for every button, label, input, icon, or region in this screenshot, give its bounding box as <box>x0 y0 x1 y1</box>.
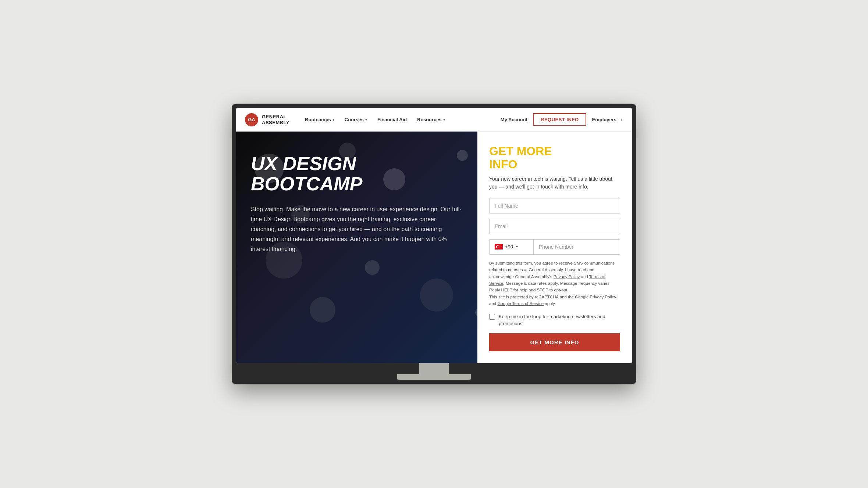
request-info-button[interactable]: REQUEST INFO <box>533 113 586 126</box>
chevron-down-icon: ▾ <box>332 118 334 122</box>
nav-bootcamps[interactable]: Bootcamps ▾ <box>301 115 338 124</box>
consent-text: By submitting this form, you agree to re… <box>489 260 620 307</box>
google-privacy-link[interactable]: Google Privacy Policy <box>575 295 616 299</box>
svg-point-2 <box>497 246 499 248</box>
chevron-down-icon: ▾ <box>516 245 518 249</box>
privacy-policy-link[interactable]: Privacy Policy <box>554 274 580 279</box>
my-account-link[interactable]: My Account <box>501 117 527 122</box>
hero-section: UX DESIGN BOOTCAMP Stop waiting. Make th… <box>236 132 632 363</box>
chevron-down-icon: ▾ <box>443 118 445 122</box>
form-panel: GET MORE INFO Your new career in tech is… <box>477 132 632 363</box>
marketing-checkbox-label: Keep me in the loop for marketing newsle… <box>499 313 620 327</box>
marketing-checkbox-row: Keep me in the loop for marketing newsle… <box>489 313 620 327</box>
stand-base <box>397 374 471 380</box>
chevron-down-icon: ▾ <box>365 118 367 122</box>
email-field <box>489 219 620 234</box>
nav-courses[interactable]: Courses ▾ <box>341 115 371 124</box>
country-select[interactable]: +90 ▾ <box>489 239 533 255</box>
form-subtitle: Your new career in tech is waiting. Tell… <box>489 175 620 191</box>
country-code: +90 <box>505 244 513 250</box>
google-terms-link[interactable]: Google Terms of Service <box>497 301 544 306</box>
hero-description: Stop waiting. Make the move to a new car… <box>251 204 463 254</box>
nav-resources[interactable]: Resources ▾ <box>413 115 448 124</box>
logo[interactable]: GA GENERAL ASSEMBLY <box>245 113 289 126</box>
monitor-screen: GA GENERAL ASSEMBLY Bootcamps ▾ Courses … <box>236 108 632 363</box>
phone-field: +90 ▾ <box>489 239 620 255</box>
form-title-info: INFO <box>489 158 517 171</box>
logo-text: GENERAL ASSEMBLY <box>262 114 289 125</box>
employers-link[interactable]: Employers → <box>592 117 623 123</box>
logo-icon: GA <box>245 113 258 126</box>
marketing-checkbox[interactable] <box>489 314 495 320</box>
monitor-wrapper: GA GENERAL ASSEMBLY Bootcamps ▾ Courses … <box>232 104 636 384</box>
submit-button[interactable]: GET MORE INFO <box>489 333 620 351</box>
form-title: GET MORE INFO <box>489 145 620 171</box>
email-input[interactable] <box>489 219 620 234</box>
arrow-icon: → <box>618 117 623 123</box>
hero-left: UX DESIGN BOOTCAMP Stop waiting. Make th… <box>236 132 477 363</box>
full-name-input[interactable] <box>489 198 620 214</box>
turkey-flag-icon <box>495 244 503 250</box>
hero-title: UX DESIGN BOOTCAMP <box>251 154 463 194</box>
nav-financial-aid[interactable]: Financial Aid <box>374 115 410 124</box>
full-name-field <box>489 198 620 214</box>
monitor-stand <box>236 363 632 380</box>
stand-neck <box>419 363 449 374</box>
navbar: GA GENERAL ASSEMBLY Bootcamps ▾ Courses … <box>236 108 632 132</box>
phone-input[interactable] <box>533 239 620 255</box>
